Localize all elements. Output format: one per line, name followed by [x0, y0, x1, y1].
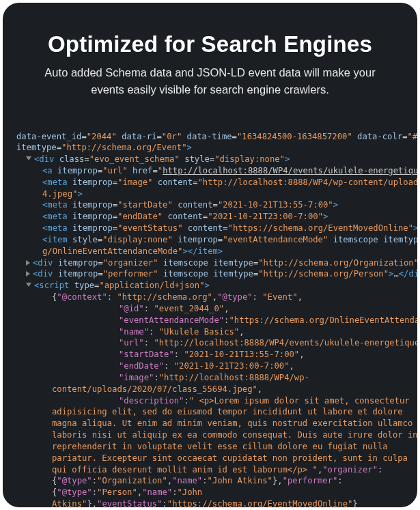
k-perf: performer [288, 476, 333, 485]
expand-arrow-down-icon[interactable] [26, 156, 31, 160]
expand-arrow-right-icon[interactable] [26, 271, 30, 277]
v-orgt: Organization [102, 476, 162, 485]
v-id: event_2044_0 [159, 304, 219, 313]
v-start: 2021-10-21T13:55-7:00 [189, 350, 294, 359]
code-line: <a itemprop="url" href="http://localhost… [16, 165, 417, 177]
val-endprop: endDate [122, 212, 157, 221]
code-line: <meta itemprop="endDate" content="2021-1… [16, 211, 417, 223]
json-line: "@id": "event_2044_0", [16, 303, 417, 315]
code-line: itemtype="http://schema.org/Event"> [16, 142, 417, 154]
val-style2: display:none [107, 235, 167, 244]
val-urlprop: url [107, 166, 122, 175]
k-img: image [124, 373, 149, 382]
k-desc: description [124, 396, 179, 406]
code-line: 4.jpeg"> [16, 188, 417, 200]
json-line: "image":"http://localhost:8888/WP4/wp- [16, 372, 417, 384]
json-line: "eventAttendanceMode":"https://schema.or… [16, 315, 417, 326]
val-imgprop: image [122, 178, 148, 187]
json-line: content/uploads/2020/07/class_55694.jpeg… [16, 384, 417, 395]
link-event-url[interactable]: http://localhost:8888/WP4/events/ukulele… [163, 166, 417, 175]
k-context: @context [62, 292, 102, 302]
json-line: "url": "http://localhost:8888/WP4/events… [16, 337, 417, 349]
k-url: url [124, 338, 139, 348]
val-perfprop: performer [108, 269, 153, 279]
val-status: https://schema.org/EventMovedOnline [233, 223, 408, 233]
card-title: Optimized for Search Engines [19, 31, 401, 57]
val-startprop: startDate [122, 200, 167, 210]
val-start: 2021-10-21T13:55-7:00 [223, 200, 328, 210]
v-stat: https://schema.org/EventMovedOnline [172, 499, 348, 507]
val-statusprop: eventStatus [122, 223, 178, 233]
expand-arrow-down-icon[interactable] [26, 283, 31, 287]
v-end: 2021-10-21T23:00-7:00 [179, 361, 284, 371]
val-event-id: 2044 [92, 132, 111, 141]
json-description: "description":" <p>Lorem ipsum dolor sit… [16, 395, 417, 507]
card-subtitle: Auto added Schema data and JSON-LD event… [33, 64, 388, 98]
feature-card: Optimized for Search Engines Auto added … [3, 3, 417, 507]
k-org: organizer [328, 465, 373, 474]
val-end: 2021-10-21T23:00-7:00 [213, 212, 318, 221]
v-orgn: John Atkins [212, 476, 268, 485]
k-end: endDate [124, 361, 158, 371]
v-context: http://schema.org [122, 292, 208, 302]
val-time: 1634824500-1634857200 [242, 132, 347, 141]
code-line: <meta itemprop="image" content="http://l… [16, 177, 417, 188]
val-orgprop: organizer [108, 258, 153, 268]
v-type: Event [268, 292, 293, 302]
val-scripttype: application/ld+json [104, 281, 199, 290]
code-line: <meta itemprop="startDate" content="2021… [16, 199, 417, 211]
code-line: <item style="display:none" itemprop="eve… [16, 234, 417, 246]
k-att: eventAttendanceMode [124, 315, 219, 325]
code-line: <div itemprop="performer" itemscope item… [16, 268, 417, 280]
code-line: <script type="application/ld+json"> [16, 280, 417, 292]
code-line: data-event_id="2044" data-ri="0r" data-t… [16, 131, 417, 143]
code-line: g/OnlineEventAttendanceMode"></item> [16, 246, 417, 257]
k-start: startDate [124, 350, 169, 359]
val-ri: 0r [167, 132, 177, 141]
v-name: Ukulele Basics [164, 327, 234, 337]
json-line: "endDate": "2021-10-21T23:00-7:00", [16, 360, 417, 372]
k-id: @id [124, 304, 139, 313]
json-line: "name": "Ukulele Basics", [16, 326, 417, 338]
val-style: display:none [220, 154, 280, 164]
k-stat: eventStatus [102, 499, 157, 507]
val-itemtype: http://schema.org/Event [66, 143, 182, 152]
expand-arrow-right-icon[interactable] [26, 260, 30, 266]
code-line: <div class="evo_event_schema" style="dis… [16, 154, 417, 165]
val-class: evo_event_schema [94, 154, 174, 164]
code-line: <div itemprop="organizer" itemscope item… [16, 257, 417, 269]
code-line: <meta itemprop="eventStatus" content="ht… [16, 223, 417, 234]
json-line: {"@context": "http://schema.org","@type"… [16, 292, 417, 303]
val-perftype: http://schema.org/Person [264, 269, 384, 279]
code-inspector: data-event_id="2044" data-ri="0r" data-t… [3, 98, 417, 508]
val-attprop: eventAttendanceMode [228, 235, 323, 244]
k-name: name [124, 327, 143, 337]
json-line: "startDate": "2021-10-21T13:55-7:00", [16, 349, 417, 360]
val-colr: #60cdfc [412, 132, 417, 141]
card-header: Optimized for Search Engines Auto added … [3, 3, 417, 98]
v-perft: Person [102, 487, 132, 497]
k-type: @type [223, 292, 248, 302]
val-orgtype: http://schema.org/Organization [264, 258, 414, 268]
